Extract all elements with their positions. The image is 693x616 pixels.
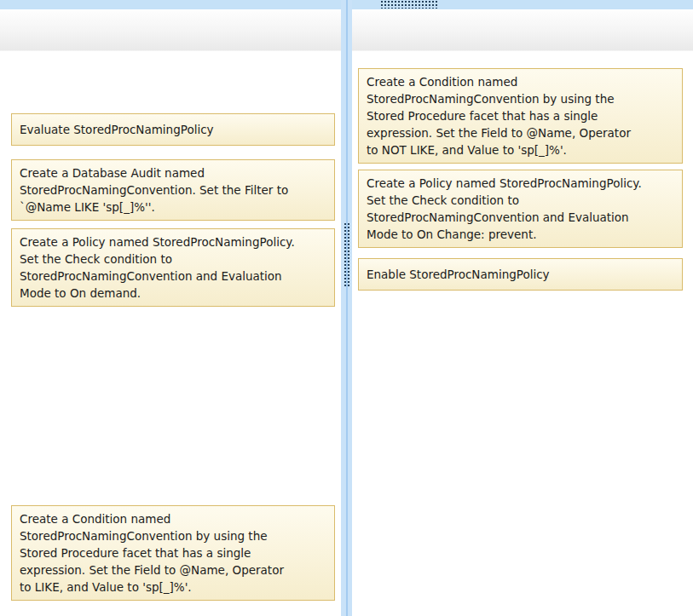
answer-item-enable-policy[interactable]: Enable StoredProcNamingPolicy: [358, 258, 683, 291]
source-item-policy-on-demand[interactable]: Create a Policy named StoredProcNamingPo…: [11, 228, 335, 307]
source-item-database-audit[interactable]: Create a Database Audit named StoredProc…: [11, 159, 335, 221]
splitter-drag-handle-dots-icon[interactable]: [343, 223, 351, 286]
top-drag-handle-dots-icon[interactable]: [379, 1, 437, 9]
panel-splitter[interactable]: [341, 0, 352, 616]
answer-item-policy-on-change-prevent[interactable]: Create a Policy named StoredProcNamingPo…: [358, 170, 683, 248]
source-item-condition-like[interactable]: Create a Condition named StoredProcNamin…: [11, 505, 335, 601]
exam-drag-drop-area: Evaluate StoredProcNamingPolicy Create a…: [0, 0, 693, 616]
answer-item-condition-not-like[interactable]: Create a Condition named StoredProcNamin…: [358, 68, 683, 164]
answer-panel-header: [352, 9, 693, 51]
source-panel-header: [0, 9, 341, 51]
source-item-evaluate-policy[interactable]: Evaluate StoredProcNamingPolicy: [11, 113, 335, 146]
splitter-line: [346, 0, 348, 616]
